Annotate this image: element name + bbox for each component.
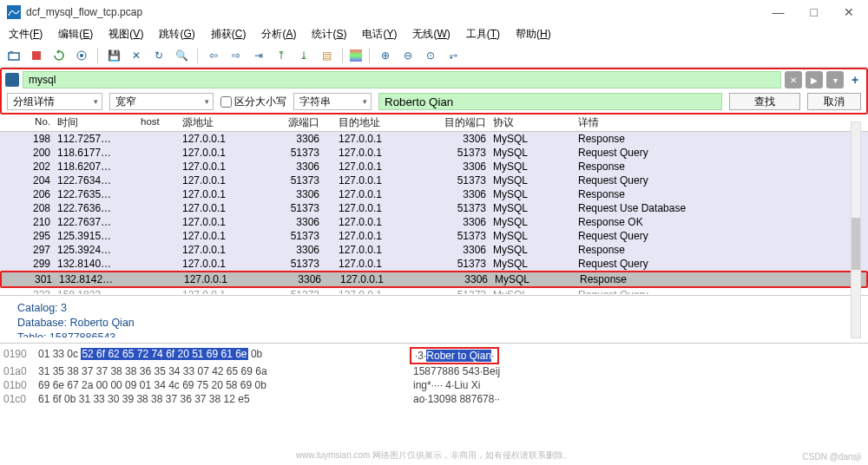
close-file-icon[interactable]: ✕	[128, 47, 145, 64]
menu-item[interactable]: 统计(S)	[312, 27, 346, 42]
clear-filter-button[interactable]: ✕	[785, 71, 802, 88]
history-filter-button[interactable]: ▾	[826, 71, 844, 88]
search-input[interactable]	[378, 93, 722, 110]
hex-row[interactable]: 019001 33 0c 52 6f 62 65 72 74 6f 20 51 …	[0, 347, 868, 364]
auto-scroll-icon[interactable]: ▤	[318, 47, 335, 64]
bookmark-icon[interactable]	[5, 73, 19, 87]
apply-filter-button[interactable]: ▶	[806, 71, 823, 88]
detail-line: Database: Roberto Qian	[17, 316, 851, 331]
menu-item[interactable]: 捕获(C)	[211, 27, 247, 42]
menu-item[interactable]: 分析(A)	[261, 27, 296, 42]
close-button[interactable]: ✕	[844, 5, 854, 19]
wireshark-icon	[7, 5, 21, 19]
detail-line: Table: 15877886543	[17, 331, 851, 337]
cancel-button[interactable]: 取消	[807, 93, 861, 110]
table-row[interactable]: 200118.6177…127.0.0.151373127.0.0.151373…	[0, 146, 868, 160]
table-row[interactable]: 323158 1823127 0 0 151373127 0 0 151373M…	[0, 288, 868, 295]
back-icon[interactable]: ⇦	[205, 47, 222, 64]
forward-icon[interactable]: ⇨	[227, 47, 245, 64]
menu-item[interactable]: 无线(W)	[412, 27, 450, 42]
resize-cols-icon[interactable]: ⥅	[444, 47, 462, 64]
search-width-combo[interactable]: 宽窄	[109, 93, 214, 110]
table-row[interactable]: 208122.7636…127.0.0.151373127.0.0.151373…	[0, 201, 868, 215]
display-filter-input[interactable]	[23, 71, 781, 88]
hex-row[interactable]: 01b069 6e 67 2a 00 00 09 01 34 4c 69 75 …	[0, 378, 868, 392]
menubar: 文件(F)编辑(E)视图(V)跳转(G)捕获(C)分析(A)统计(S)电话(Y)…	[0, 24, 868, 43]
detail-line: Catalog: 3	[17, 301, 851, 316]
zoom-in-icon[interactable]: ⊕	[377, 47, 394, 64]
find-icon[interactable]: 🔍	[173, 47, 190, 64]
table-row[interactable]: 297125.3924…127.0.0.13306127.0.0.13306My…	[0, 243, 868, 257]
last-icon[interactable]: ⤓	[295, 47, 312, 64]
table-row[interactable]: 295125.3915…127.0.0.151373127.0.0.151373…	[0, 229, 868, 243]
packet-list[interactable]: 198112.7257…127.0.0.13306127.0.0.13306My…	[0, 132, 868, 295]
table-row[interactable]: 301132.8142…127.0.0.13306127.0.0.13306My…	[0, 271, 868, 288]
table-row[interactable]: 206122.7635…127.0.0.13306127.0.0.13306My…	[0, 187, 868, 201]
menu-item[interactable]: 编辑(E)	[58, 27, 93, 42]
table-row[interactable]: 204122.7634…127.0.0.151373127.0.0.151373…	[0, 174, 868, 187]
svg-point-4	[80, 54, 83, 57]
menu-item[interactable]: 视图(V)	[108, 27, 143, 42]
case-sensitive-checkbox[interactable]: 区分大小写	[220, 95, 286, 109]
table-row[interactable]: 299132.8140…127.0.0.151373127.0.0.151373…	[0, 257, 868, 271]
maximize-button[interactable]: □	[811, 5, 818, 19]
restart-icon[interactable]	[50, 47, 68, 64]
svg-rect-1	[9, 53, 19, 60]
stop-icon[interactable]	[28, 47, 45, 64]
zoom-out-icon[interactable]: ⊖	[399, 47, 417, 64]
menu-item[interactable]: 电话(Y)	[362, 27, 397, 42]
options-icon[interactable]	[73, 47, 90, 64]
toolbar: 💾 ✕ ↻ 🔍 ⇦ ⇨ ⇥ ⤒ ⤓ ▤ ⊕ ⊖ ⊙ ⥅	[0, 43, 868, 68]
window-title: dcf_mysql_flow_tcp.pcap	[26, 6, 773, 18]
watermark: www.tuymsian.com 网络图片仅供展示，非商用，如有侵权请联系删除。	[0, 449, 868, 462]
menu-item[interactable]: 工具(T)	[466, 27, 500, 42]
hex-row[interactable]: 01a031 35 38 37 37 38 38 36 35 34 33 07 …	[0, 364, 868, 378]
jump-icon[interactable]: ⇥	[250, 47, 267, 64]
svg-rect-2	[32, 51, 41, 60]
corner-mark: CSDN @dansji	[803, 452, 861, 462]
colorize-icon[interactable]	[350, 49, 362, 62]
find-button[interactable]: 查找	[729, 93, 800, 110]
zoom-reset-icon[interactable]: ⊙	[422, 47, 439, 64]
reload-icon[interactable]: ↻	[150, 47, 168, 64]
minimize-button[interactable]: —	[773, 5, 785, 19]
packet-list-header: No. 时间 host 源地址 源端口 目的地址 目的端口 协议 详情	[0, 115, 868, 132]
hex-pane[interactable]: 019001 33 0c 52 6f 62 65 72 74 6f 20 51 …	[0, 343, 868, 410]
table-row[interactable]: 202118.6207…127.0.0.13306127.0.0.13306My…	[0, 160, 868, 174]
table-row[interactable]: 210122.7637…127.0.0.13306127.0.0.13306My…	[0, 215, 868, 229]
details-pane[interactable]: Catalog: 3 Database: Roberto Qian Table:…	[0, 295, 868, 343]
scrollbar[interactable]	[851, 121, 861, 338]
search-type-combo[interactable]: 字符串	[293, 93, 372, 110]
add-filter-button[interactable]: +	[847, 73, 863, 87]
save-icon[interactable]: 💾	[105, 47, 122, 64]
menu-item[interactable]: 帮助(H)	[516, 27, 551, 42]
hex-row[interactable]: 01c061 6f 0b 31 33 30 39 38 38 37 36 37 …	[0, 392, 868, 406]
table-row[interactable]: 198112.7257…127.0.0.13306127.0.0.13306My…	[0, 132, 868, 146]
open-icon[interactable]	[5, 47, 23, 64]
first-icon[interactable]: ⤒	[273, 47, 290, 64]
search-scope-combo[interactable]: 分组详情	[7, 93, 102, 110]
menu-item[interactable]: 跳转(G)	[159, 27, 194, 42]
menu-item[interactable]: 文件(F)	[9, 27, 43, 42]
